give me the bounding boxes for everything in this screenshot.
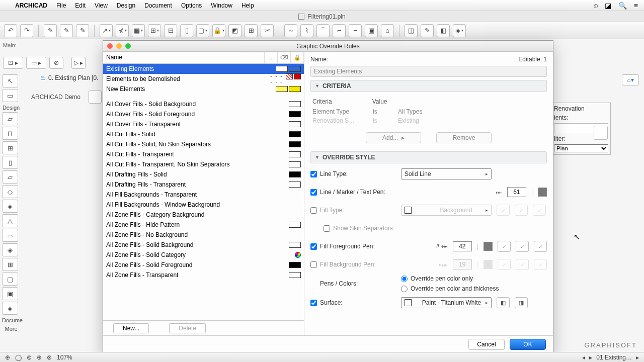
delete-rule-button[interactable]: Delete [169,323,206,333]
curve3-tool[interactable]: ⌒ [316,24,330,37]
ok-button[interactable]: OK [510,339,546,350]
status-right-label[interactable]: 01 Existing… [596,354,632,361]
box-tool[interactable]: ▢ [196,24,209,37]
rule-row[interactable]: All Fill Backgrounds - Transparent [103,190,304,200]
menu-icon[interactable]: ≡ [634,2,638,10]
navigator-tree[interactable]: 🗀 0. Existing Plan [0. [40,74,98,81]
nav-prev-icon[interactable]: ◂ [582,354,585,361]
scissors-tool[interactable]: ✂ [261,24,274,37]
criteria-add-button[interactable]: Add... ▸ [366,132,421,143]
rule-row[interactable]: All Zone Fills - Solid Foreground [103,260,304,270]
menu-options[interactable]: Options [181,2,202,9]
document-title[interactable]: Filtering01.pln [307,13,345,20]
door-tool-icon[interactable]: ⊓ [2,127,18,140]
wifi-icon[interactable]: ⌽ [594,2,598,10]
header-col-3[interactable]: 🔒 [291,52,304,63]
fg-pen-input[interactable] [453,241,472,251]
rule-row[interactable]: All Cut Fills - Solid [103,129,304,139]
fg-pen-color[interactable] [484,242,493,251]
rules-rows[interactable]: Existing Elements Elements to be Demolis… [103,64,304,320]
mesh-tool-icon[interactable]: ◈ [2,243,18,256]
battery-icon[interactable]: ◪ [605,2,611,10]
renovation-status-icon[interactable] [594,126,608,140]
home-nav-icon[interactable]: ⌂▾ [622,74,639,85]
trace-tool[interactable]: ◩ [228,24,242,37]
line-pen-color[interactable] [538,188,547,197]
fill-type-check[interactable] [310,207,317,214]
zoom-fit-icon[interactable]: ⊚ [27,354,32,361]
rule-row[interactable]: All Cover Fills - Transparent [103,119,304,129]
wall-tool-icon[interactable]: ▱ [2,112,18,125]
settings-gear-icon[interactable] [89,90,102,104]
window-tool-icon[interactable]: ⊞ [2,141,18,154]
arrow-button[interactable]: ▷ ▸ [71,57,86,69]
nav-next-icon[interactable]: ▸ [589,354,592,361]
rule-row[interactable]: All Cut Fills - Transparent, No Skin Sep… [103,159,304,169]
plan-dropdown[interactable]: ⊡ ▸ [3,57,23,69]
select-tool[interactable]: ◫ [405,24,418,37]
menu-design[interactable]: Design [117,2,135,9]
menu-document[interactable]: Document [144,2,172,9]
rule-row[interactable]: All Zone Fills - Solid Category [103,250,304,260]
new-rule-button[interactable]: New... [113,323,149,333]
menu-edit[interactable]: Edit [75,2,86,9]
beam-tool-icon[interactable]: ▱ [2,170,18,184]
slab-tool-icon[interactable]: ◇ [2,185,18,198]
status-icon[interactable]: ⊕ [5,354,10,361]
cancel-button[interactable]: Cancel [468,339,505,350]
override-section-header[interactable]: ▼OVERRIDE STYLE [310,151,547,163]
paint-tool[interactable]: ✎ [421,24,434,37]
home-tool[interactable]: ⌂ [381,24,394,37]
radio-color-thickness[interactable]: Override pen color and thickness [401,285,499,292]
app-name[interactable]: ARCHICAD [15,2,47,9]
dim-tool[interactable]: ⊞ [245,24,258,37]
menu-file[interactable]: File [56,2,66,9]
morph-tool-icon[interactable]: ◈ [2,302,18,315]
renovation-filter-select[interactable]: Plan [554,144,608,152]
angle2-tool[interactable]: ⌐ [349,24,362,37]
criteria-remove-button[interactable]: Remove [436,132,492,143]
rule-row[interactable]: All Zone Fills - Transparent [103,270,304,280]
menu-help[interactable]: Help [242,2,254,9]
fill-opt3[interactable]: ⟋ [533,205,546,216]
marquee-tool-icon[interactable]: ▭ [2,89,18,102]
rule-row[interactable]: All Cover Fills - Solid Foreground [103,109,304,119]
redo-button[interactable]: ↷ [20,24,33,37]
rule-row[interactable]: All Drafting Fills - Transparent [103,179,304,190]
fg-opt3[interactable]: ⟋ [534,241,547,252]
surface-opt2[interactable]: ◨ [515,297,528,308]
layer-tool[interactable]: ▯ [180,24,193,37]
place-tool[interactable]: ▣ [365,24,378,37]
rule-row[interactable]: All Zone Fills - Category Background [103,210,304,220]
bg-pen-check[interactable] [310,261,317,268]
menu-view[interactable]: View [95,2,108,9]
rule-row[interactable]: All Cut Fills - Transparent [103,149,304,159]
marquee-dropdown[interactable]: ▭ ▸ [26,57,46,69]
shell-tool-icon[interactable]: ⌓ [2,229,18,242]
close-icon[interactable] [107,43,113,49]
ruler-tool[interactable]: ⊟ [164,24,177,37]
rule-row[interactable]: All Cover Fills - Solid Background [103,99,304,109]
fill-opt1[interactable]: ⟋ [497,205,510,216]
undo-button[interactable]: ↶ [4,24,17,37]
line-type-combo[interactable]: Solid Line▸ [401,168,492,179]
rule-row[interactable]: Existing Elements [103,64,304,74]
rule-row[interactable]: New Elements [103,84,304,94]
curve2-tool[interactable]: ⌇ [300,24,313,37]
line-type-check[interactable] [310,171,317,177]
tool-1[interactable]: ✎ [44,24,57,37]
rule-name-input[interactable] [310,66,547,77]
stair-tool-icon[interactable]: ◈ [2,200,18,213]
zoom-out-icon[interactable]: ◯ [15,354,22,361]
fg-pen-check[interactable] [310,243,317,250]
grid-tool[interactable]: ▦ [132,24,145,37]
tool-2[interactable]: ✎ [60,24,73,37]
zoom-icon[interactable] [125,43,131,49]
arrow-tool-icon[interactable]: ↖ [2,74,18,87]
rule-row[interactable]: All Cut Fills - Solid, No Skin Separator… [103,139,304,149]
cw-tool-icon[interactable]: ⊞ [2,258,18,271]
grid2-tool[interactable]: ⊞ [148,24,161,37]
header-name[interactable]: Name [103,52,265,63]
header-col-2[interactable]: ⌫ [278,52,291,63]
rule-row[interactable]: All Drafting Fills - Solid [103,169,304,179]
